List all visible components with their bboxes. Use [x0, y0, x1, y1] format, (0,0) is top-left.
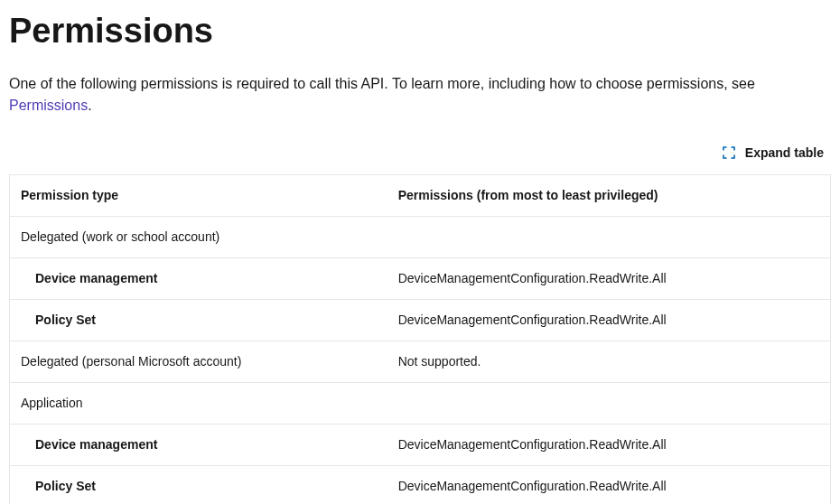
intro-text-after: . [88, 98, 91, 113]
table-row: Application [10, 383, 831, 425]
table-cell-type: Delegated (personal Microsoft account) [10, 341, 387, 383]
table-row: Delegated (work or school account) [10, 217, 831, 258]
table-row: Device management DeviceManagementConfig… [10, 258, 831, 300]
table-cell-type: Policy Set [10, 466, 387, 504]
table-cell-type: Policy Set [10, 300, 387, 341]
table-cell-type: Application [10, 383, 387, 425]
table-cell-perms: DeviceManagementConfiguration.ReadWrite.… [387, 300, 831, 341]
table-row: Device management DeviceManagementConfig… [10, 425, 831, 466]
table-toolbar: Expand table [9, 144, 831, 162]
table-body: Delegated (work or school account) Devic… [10, 217, 831, 504]
table-header-permissions: Permissions (from most to least privileg… [387, 175, 831, 217]
permissions-link[interactable]: Permissions [9, 98, 88, 113]
table-header-row: Permission type Permissions (from most t… [10, 175, 831, 217]
expand-table-button[interactable]: Expand table [720, 144, 826, 162]
table-cell-type: Device management [10, 258, 387, 300]
expand-icon [722, 145, 736, 160]
table-cell-perms: DeviceManagementConfiguration.ReadWrite.… [387, 258, 831, 300]
expand-table-label: Expand table [745, 145, 824, 160]
table-cell-perms [387, 383, 831, 425]
permissions-table: Permission type Permissions (from most t… [9, 174, 831, 504]
table-row: Policy Set DeviceManagementConfiguration… [10, 466, 831, 504]
table-cell-perms: Not supported. [387, 341, 831, 383]
table-cell-type: Delegated (work or school account) [10, 217, 387, 258]
table-row: Policy Set DeviceManagementConfiguration… [10, 300, 831, 341]
intro-text-before: One of the following permissions is requ… [9, 76, 755, 91]
table-cell-perms: DeviceManagementConfiguration.ReadWrite.… [387, 425, 831, 466]
intro-paragraph: One of the following permissions is requ… [9, 73, 831, 117]
table-header-permission-type: Permission type [10, 175, 387, 217]
table-cell-perms [387, 217, 831, 258]
table-cell-perms: DeviceManagementConfiguration.ReadWrite.… [387, 466, 831, 504]
table-cell-type: Device management [10, 425, 387, 466]
table-row: Delegated (personal Microsoft account) N… [10, 341, 831, 383]
page-title: Permissions [9, 9, 831, 53]
